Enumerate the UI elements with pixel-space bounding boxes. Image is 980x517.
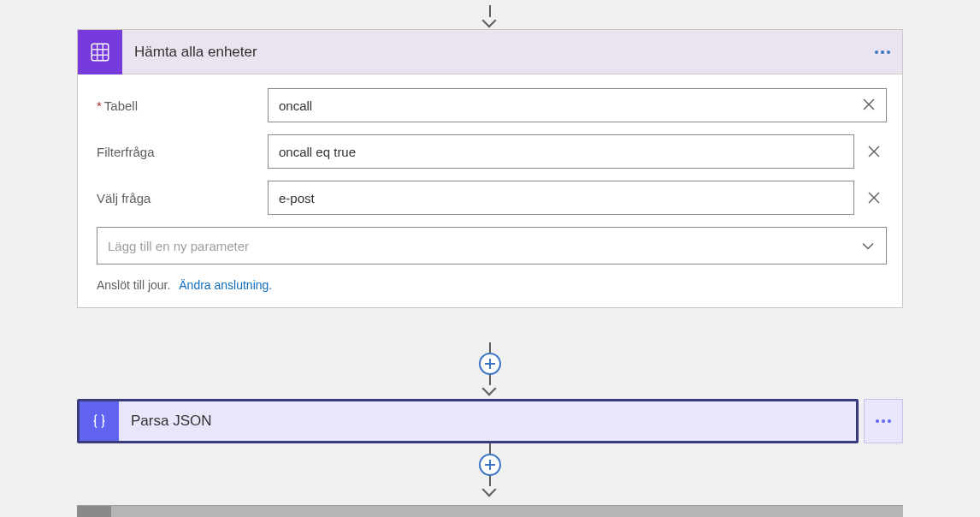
clear-icon[interactable] [861,97,878,114]
svg-point-15 [882,419,885,423]
action-card-parse-json-row: Parsa JSON [77,399,903,443]
connector-2-to-3 [479,443,501,495]
action-title: Parsa JSON [119,413,856,430]
connection-status: Anslöt till jour. [97,278,170,292]
svg-point-6 [881,51,884,54]
add-step-button[interactable] [479,454,501,476]
add-step-button[interactable] [479,353,501,375]
action-icon-fragment [77,506,111,517]
dataverse-icon [78,30,122,74]
field-row-table: * Tabell [97,88,887,122]
connector-1-to-2 [479,342,501,394]
svg-rect-0 [92,44,109,61]
action-header[interactable]: Hämta alla enheter [78,30,902,74]
clear-icon[interactable] [861,190,887,205]
chevron-down-icon [862,239,874,253]
svg-point-5 [875,51,878,54]
add-parameter-placeholder: Lägg till en ny parameter [108,239,249,253]
svg-point-16 [888,419,891,423]
field-label: Filterfråga [97,145,268,159]
parse-json-icon [80,401,119,441]
more-menu-button[interactable] [864,399,903,443]
select-input[interactable] [268,181,854,215]
field-row-select: Välj fråga [97,181,887,215]
svg-point-14 [876,419,879,423]
connector-top [478,0,502,26]
field-row-filter: Filterfråga [97,134,887,169]
required-star: * [97,98,102,113]
field-label: * Tabell [97,98,268,113]
field-label: Välj fråga [97,191,268,205]
action-card-collapsed-top [77,505,903,517]
action-card-get-entities: Hämta alla enheter * Tabell [77,29,903,308]
action-card-parse-json[interactable]: Parsa JSON [77,399,859,443]
filter-input[interactable] [268,134,854,169]
clear-icon[interactable] [861,144,887,159]
add-parameter-dropdown[interactable]: Lägg till en ny parameter [97,227,887,264]
change-connection-link[interactable]: Ändra anslutning. [179,278,272,292]
more-menu-button[interactable] [863,30,902,74]
svg-point-7 [887,51,890,54]
table-input[interactable] [268,88,887,122]
action-title: Hämta alla enheter [122,44,863,61]
